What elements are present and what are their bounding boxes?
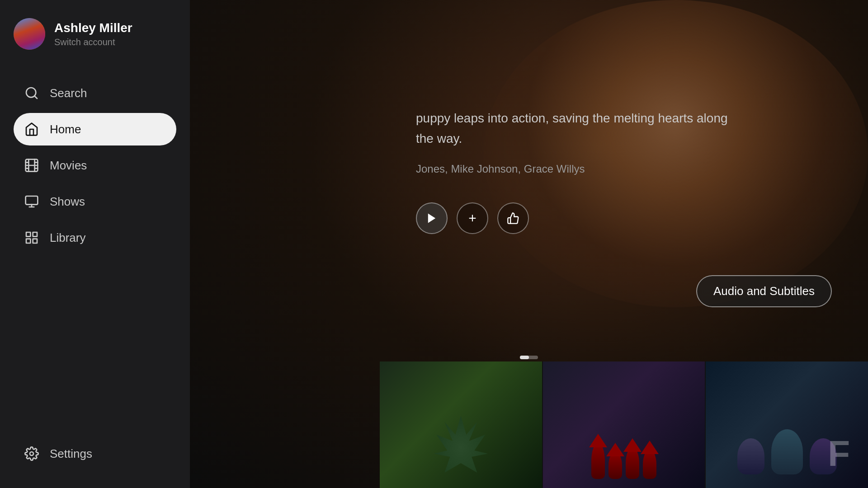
- svg-rect-16: [26, 239, 30, 243]
- action-buttons: +: [416, 202, 832, 234]
- svg-rect-14: [33, 232, 37, 236]
- gnome-decoration: [591, 443, 656, 479]
- like-button[interactable]: [497, 202, 529, 234]
- audio-subtitles-label: Audio and Subtitles: [713, 284, 815, 298]
- avatar: [14, 18, 45, 50]
- svg-marker-18: [428, 213, 435, 223]
- search-icon: [24, 85, 40, 101]
- progress-bar: [520, 356, 538, 359]
- sidebar-item-search[interactable]: Search: [14, 77, 176, 109]
- main-nav: Search Home: [14, 77, 176, 470]
- library-icon: [24, 230, 40, 246]
- thumbnail-1[interactable]: [380, 361, 542, 488]
- sidebar-item-shows[interactable]: Shows: [14, 185, 176, 218]
- user-info: Ashley Miller Switch account: [54, 20, 132, 48]
- sidebar: Ashley Miller Switch account Search: [0, 0, 190, 488]
- bottom-right-letter: F: [828, 433, 850, 474]
- svg-rect-10: [26, 196, 38, 205]
- svg-rect-15: [33, 239, 37, 243]
- creature-decoration: [434, 416, 488, 479]
- svg-point-17: [30, 452, 33, 455]
- sidebar-item-settings-label: Settings: [50, 447, 92, 461]
- settings-icon: [24, 446, 40, 462]
- thumbnail-row: [380, 361, 868, 488]
- user-name: Ashley Miller: [54, 20, 132, 36]
- add-to-list-button[interactable]: +: [457, 202, 488, 234]
- hero-cast: Jones, Mike Johnson, Grace Willys: [416, 163, 832, 175]
- user-profile[interactable]: Ashley Miller Switch account: [14, 18, 176, 50]
- thumbnail-2[interactable]: [542, 361, 706, 488]
- main-content: puppy leaps into action, saving the melt…: [190, 0, 868, 488]
- hero-description: puppy leaps into action, saving the melt…: [416, 108, 732, 149]
- sidebar-item-library-label: Library: [50, 231, 85, 245]
- add-icon: +: [468, 211, 476, 226]
- switch-account-link[interactable]: Switch account: [54, 37, 132, 47]
- sidebar-item-home[interactable]: Home: [14, 113, 176, 145]
- sidebar-item-movies-label: Movies: [50, 159, 87, 173]
- progress-fill: [520, 356, 529, 359]
- svg-line-1: [34, 96, 37, 99]
- shows-icon: [24, 193, 40, 210]
- sidebar-item-library[interactable]: Library: [14, 221, 176, 254]
- sidebar-item-home-label: Home: [50, 122, 81, 136]
- hero-content: puppy leaps into action, saving the melt…: [380, 90, 868, 270]
- movies-icon: [24, 157, 40, 174]
- sidebar-item-settings[interactable]: Settings: [14, 437, 176, 470]
- play-button[interactable]: [416, 202, 448, 234]
- audio-subtitles-button[interactable]: Audio and Subtitles: [696, 275, 832, 307]
- sidebar-item-shows-label: Shows: [50, 195, 85, 209]
- svg-rect-13: [26, 232, 30, 236]
- sidebar-item-search-label: Search: [50, 86, 87, 100]
- home-icon: [24, 121, 40, 137]
- sidebar-item-movies[interactable]: Movies: [14, 149, 176, 182]
